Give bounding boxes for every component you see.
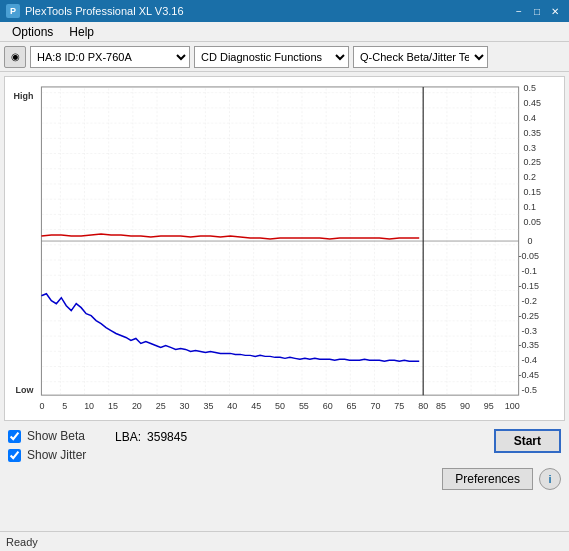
svg-text:0.05: 0.05: [524, 217, 541, 227]
show-beta-row: Show Beta: [8, 429, 85, 443]
show-jitter-checkbox[interactable]: [8, 449, 21, 462]
svg-text:35: 35: [203, 401, 213, 411]
svg-text:0: 0: [528, 236, 533, 246]
title-bar: P PlexTools Professional XL V3.16 − □ ✕: [0, 0, 569, 22]
svg-text:High: High: [14, 91, 34, 101]
svg-text:0.45: 0.45: [524, 98, 541, 108]
test-select[interactable]: Q-Check Beta/Jitter Test: [353, 46, 488, 68]
svg-text:0.15: 0.15: [524, 187, 541, 197]
svg-text:0.1: 0.1: [524, 202, 536, 212]
svg-text:0.35: 0.35: [524, 128, 541, 138]
preferences-row: Preferences i: [0, 466, 569, 492]
svg-text:-0.05: -0.05: [519, 251, 539, 261]
svg-text:100: 100: [505, 401, 520, 411]
svg-text:95: 95: [484, 401, 494, 411]
start-button[interactable]: Start: [494, 429, 561, 453]
svg-text:90: 90: [460, 401, 470, 411]
svg-text:0.2: 0.2: [524, 172, 536, 182]
svg-text:0.4: 0.4: [524, 113, 536, 123]
svg-text:80: 80: [418, 401, 428, 411]
info-button[interactable]: i: [539, 468, 561, 490]
svg-text:60: 60: [323, 401, 333, 411]
svg-text:65: 65: [347, 401, 357, 411]
svg-text:30: 30: [180, 401, 190, 411]
svg-text:-0.4: -0.4: [522, 355, 537, 365]
menu-options[interactable]: Options: [4, 23, 61, 41]
toolbar: ◉ HA:8 ID:0 PX-760A CD Diagnostic Functi…: [0, 42, 569, 72]
window-title: PlexTools Professional XL V3.16: [25, 5, 184, 17]
svg-text:-0.45: -0.45: [519, 370, 539, 380]
svg-text:45: 45: [251, 401, 261, 411]
window-controls: − □ ✕: [511, 4, 563, 18]
svg-text:-0.3: -0.3: [522, 326, 537, 336]
chart-svg: 0.5 0.45 0.4 0.35 0.3 0.25 0.2 0.15 0.1 …: [5, 77, 564, 420]
maximize-button[interactable]: □: [529, 4, 545, 18]
app-icon: P: [6, 4, 20, 18]
lba-value: 359845: [147, 430, 187, 444]
preferences-button[interactable]: Preferences: [442, 468, 533, 490]
menu-help[interactable]: Help: [61, 23, 102, 41]
svg-text:85: 85: [436, 401, 446, 411]
show-beta-label: Show Beta: [27, 429, 85, 443]
svg-text:0.5: 0.5: [524, 83, 536, 93]
status-bar: Ready: [0, 531, 569, 551]
svg-text:-0.2: -0.2: [522, 296, 537, 306]
svg-text:20: 20: [132, 401, 142, 411]
drive-icon-btn[interactable]: ◉: [4, 46, 26, 68]
lba-display: LBA: 359845: [115, 430, 187, 444]
show-jitter-label: Show Jitter: [27, 448, 86, 462]
svg-text:-0.15: -0.15: [519, 281, 539, 291]
svg-text:50: 50: [275, 401, 285, 411]
close-button[interactable]: ✕: [547, 4, 563, 18]
bottom-controls: Show Beta LBA: 359845 Show Jitter Start: [0, 425, 569, 466]
show-jitter-row: Show Jitter: [8, 448, 187, 462]
drive-select[interactable]: HA:8 ID:0 PX-760A: [30, 46, 190, 68]
svg-text:55: 55: [299, 401, 309, 411]
minimize-button[interactable]: −: [511, 4, 527, 18]
svg-text:Low: Low: [16, 385, 34, 395]
menu-bar: Options Help: [0, 22, 569, 42]
svg-text:-0.35: -0.35: [519, 340, 539, 350]
svg-text:75: 75: [394, 401, 404, 411]
chart-area: 0.5 0.45 0.4 0.35 0.3 0.25 0.2 0.15 0.1 …: [4, 76, 565, 421]
svg-text:25: 25: [156, 401, 166, 411]
svg-text:0.3: 0.3: [524, 143, 536, 153]
svg-text:15: 15: [108, 401, 118, 411]
svg-text:5: 5: [62, 401, 67, 411]
svg-text:40: 40: [227, 401, 237, 411]
status-text: Ready: [6, 536, 38, 548]
lba-label: LBA:: [115, 430, 141, 444]
svg-text:-0.5: -0.5: [522, 385, 537, 395]
left-panel: Show Beta LBA: 359845 Show Jitter: [8, 429, 187, 464]
start-area: Start: [494, 429, 561, 453]
title-bar-left: P PlexTools Professional XL V3.16: [6, 4, 184, 18]
svg-text:0.25: 0.25: [524, 157, 541, 167]
drive-icon: ◉: [11, 51, 20, 62]
svg-text:-0.1: -0.1: [522, 266, 537, 276]
svg-text:0: 0: [39, 401, 44, 411]
beta-lba-row: Show Beta LBA: 359845: [8, 429, 187, 445]
svg-text:70: 70: [370, 401, 380, 411]
show-beta-checkbox[interactable]: [8, 430, 21, 443]
function-select[interactable]: CD Diagnostic Functions: [194, 46, 349, 68]
svg-text:-0.25: -0.25: [519, 311, 539, 321]
svg-text:10: 10: [84, 401, 94, 411]
